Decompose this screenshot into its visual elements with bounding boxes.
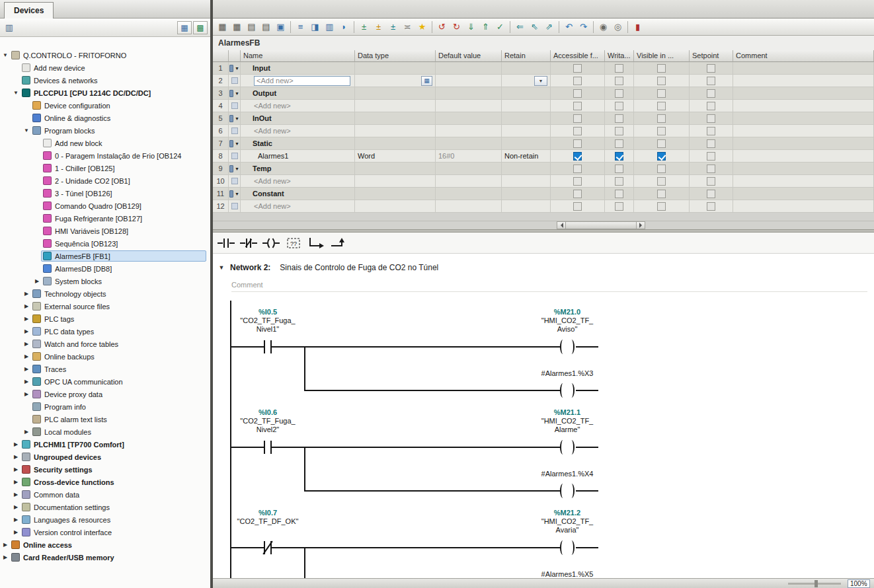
writable-checkbox[interactable] (615, 89, 623, 98)
default-value-cell[interactable] (436, 125, 502, 137)
datatype-cell[interactable] (355, 175, 436, 188)
tree-item[interactable]: ▶Traces (0, 363, 210, 375)
visible-checkbox[interactable] (657, 177, 666, 186)
tree-item[interactable]: Online & diagnostics (0, 112, 210, 124)
datatype-cell[interactable] (355, 100, 436, 112)
symbolic-operands-icon[interactable]: ◨ (308, 20, 322, 34)
retain-cell[interactable] (502, 87, 551, 100)
details-view-icon[interactable]: ▦ (177, 21, 192, 34)
retain-cell[interactable] (502, 188, 551, 200)
tree-item[interactable]: Sequência [OB123] (0, 237, 210, 250)
tree-item[interactable]: Fuga Refrigerante [OB127] (0, 212, 210, 225)
expand-right-icon[interactable]: ▶ (22, 429, 30, 435)
datatype-cell[interactable] (355, 87, 436, 100)
accessible-checkbox[interactable] (573, 139, 582, 148)
datatype-cell[interactable] (355, 163, 436, 175)
tree-item[interactable]: ▶Technology objects (0, 287, 210, 300)
accessible-checkbox[interactable] (573, 165, 582, 173)
expand-right-icon[interactable]: ▶ (22, 291, 30, 297)
coil-symbol[interactable] (569, 340, 575, 354)
expand-right-icon[interactable]: ▶ (22, 303, 30, 309)
contact-symbol[interactable] (270, 340, 272, 353)
accessible-checkbox[interactable] (573, 190, 582, 198)
go-offline-icon[interactable]: ↻ (450, 20, 463, 34)
no-contact-icon[interactable] (217, 235, 235, 251)
zoom-slider-thumb[interactable] (814, 580, 818, 587)
accessible-checkbox[interactable] (573, 77, 582, 85)
tree-item[interactable]: Add new device (0, 61, 210, 74)
tree-item[interactable]: ▶PLC tags (0, 312, 210, 325)
tree-item[interactable]: ▶Common data (0, 488, 210, 501)
tree-item[interactable]: Device configuration (0, 99, 210, 112)
add-new-input[interactable]: <Add new> (254, 76, 350, 86)
expand-down-icon[interactable]: ▼ (22, 128, 30, 133)
tree-item[interactable]: ▶External source files (0, 300, 210, 312)
tree-item[interactable]: HMI Variáveis [OB128] (0, 225, 210, 237)
snapshot-icon[interactable]: ± (357, 20, 371, 34)
datatype-cell[interactable]: ▦ (355, 75, 436, 87)
section-expand-icon[interactable]: ▼ (235, 141, 239, 146)
default-value-cell[interactable] (436, 200, 502, 213)
tree-item[interactable]: ▶Cross-device functions (0, 476, 210, 488)
contact-symbol[interactable] (264, 441, 265, 454)
tree-item[interactable]: ▶Device proxy data (0, 388, 210, 400)
accessible-checkbox[interactable] (573, 202, 582, 211)
setpoint-checkbox[interactable] (707, 165, 715, 173)
tree-item[interactable]: ▼Q.CONTROLO - FRITOFORNO (0, 49, 210, 61)
network-collapse-icon[interactable]: ▼ (213, 264, 230, 271)
setpoint-checkbox[interactable] (707, 64, 715, 73)
tree-item[interactable]: ▶Languages & resources (0, 513, 210, 526)
tree-item[interactable]: ▶PLC data types (0, 325, 210, 338)
coil-symbol[interactable] (560, 340, 566, 354)
table-row[interactable]: 7▼Static (213, 137, 874, 150)
comment-cell[interactable] (733, 75, 874, 87)
setpoint-checkbox[interactable] (707, 190, 715, 198)
expand-right-icon[interactable]: ▶ (12, 517, 20, 523)
nav-back-icon[interactable]: ↶ (562, 20, 576, 34)
setpoint-checkbox[interactable] (707, 114, 715, 123)
accessible-checkbox[interactable] (573, 114, 582, 123)
datatype-cell[interactable] (355, 200, 436, 213)
coil-symbol[interactable] (569, 383, 575, 398)
table-row[interactable]: 12<Add new> (213, 200, 874, 213)
table-row[interactable]: 8Alarmes1Word16#0Non-retain (213, 150, 874, 163)
comment-cell[interactable] (733, 62, 874, 75)
tree-item[interactable]: ▶Watch and force tables (0, 338, 210, 350)
setpoint-checkbox[interactable] (707, 89, 715, 98)
name-cell[interactable]: Alarmes1 (241, 150, 355, 163)
accessible-checkbox[interactable] (573, 64, 582, 73)
visible-checkbox[interactable] (657, 202, 666, 211)
retain-cell[interactable] (502, 112, 551, 125)
coil-symbol[interactable] (560, 540, 566, 555)
download-icon[interactable]: ⇓ (464, 20, 478, 34)
visible-checkbox[interactable] (657, 114, 666, 123)
default-value-cell[interactable]: 16#0 (436, 150, 502, 163)
consistency-icon[interactable]: ✓ (493, 20, 507, 34)
expand-right-icon[interactable]: ▶ (22, 328, 30, 334)
jump-next-icon[interactable]: ⇗ (542, 20, 556, 34)
comment-cell[interactable] (733, 112, 874, 125)
tree-item[interactable]: 2 - Unidade CO2 [OB1] (0, 174, 210, 187)
table-row[interactable]: 1▼Input (213, 62, 874, 75)
monitor-all-icon[interactable]: ▦ (216, 20, 229, 34)
setpoint-checkbox[interactable] (707, 127, 715, 135)
writable-checkbox[interactable] (615, 152, 623, 161)
comment-cell[interactable] (733, 163, 874, 175)
writable-checkbox[interactable] (615, 165, 623, 173)
section-expand-icon[interactable]: ▼ (235, 116, 239, 121)
insert-row-icon[interactable]: ▤ (245, 20, 258, 34)
table-row[interactable]: 10<Add new> (213, 175, 874, 188)
retain-cell[interactable] (502, 100, 551, 112)
branch-coil-label[interactable]: #Alarmes1.%X4 (511, 470, 623, 478)
coil-symbol[interactable] (560, 484, 566, 498)
visible-checkbox[interactable] (657, 152, 666, 161)
scroll-left-button[interactable] (557, 221, 566, 229)
setpoint-checkbox[interactable] (707, 139, 715, 148)
network-title[interactable]: Sinais de Controlo de Fuga de CO2 no Tún… (280, 263, 438, 272)
comment-cell[interactable] (733, 100, 874, 112)
default-value-cell[interactable] (436, 112, 502, 125)
default-value-cell[interactable] (436, 137, 502, 150)
tree-item[interactable]: Comando Quadro [OB129] (0, 200, 210, 212)
coil-symbol[interactable] (560, 440, 566, 455)
tree-item[interactable]: 1 - Chiller [OB125] (0, 162, 210, 174)
